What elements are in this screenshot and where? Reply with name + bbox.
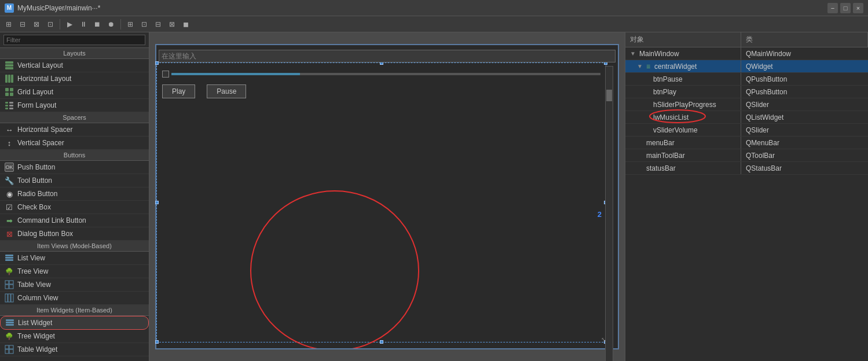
handle-bottom-center[interactable] [380, 340, 383, 344]
inspector-cell-object: ▼ ≡ centralWidget [625, 60, 741, 72]
column-view-icon [5, 293, 14, 303]
minimize-button[interactable]: − [827, 3, 838, 13]
toolbar-btn-2[interactable]: ⊟ [16, 18, 29, 31]
toolbar-btn-5[interactable]: ▶ [63, 18, 76, 31]
inspector-cell-class: QSlider [741, 124, 868, 136]
inspector-row-centralwidget[interactable]: ▼ ≡ centralWidget QWidget [625, 60, 868, 73]
tool-button-icon: 🔧 [5, 176, 14, 185]
window-controls[interactable]: − □ × [827, 3, 863, 13]
central-widget-icon: ≡ [646, 62, 650, 71]
widget-item-tree-view[interactable]: 🌳 Tree View [0, 265, 149, 278]
inspector-row-btnplay[interactable]: ▷ btnPlay QPushButton [625, 86, 868, 98]
handle-mid-left[interactable] [155, 201, 159, 204]
widget-label: Horizontal Layout [17, 75, 71, 83]
widget-item-tool-button[interactable]: 🔧 Tool Button [0, 174, 149, 187]
inspector-cell-class: QToolBar [741, 149, 868, 161]
form-layout-icon [5, 101, 14, 110]
spacer: ▷ [644, 114, 651, 120]
form-input-bar[interactable]: 在这里输入 [159, 50, 616, 62]
widget-item-radio-button[interactable]: ◉ Radio Button [0, 187, 149, 201]
toolbar-btn-11[interactable]: ⊟ [152, 18, 164, 31]
slider-thumb[interactable] [606, 90, 612, 101]
inspector-row-lwmusiclist[interactable]: ▷ lwMusicList QListWidget 3 [625, 111, 868, 124]
widget-item-check-box[interactable]: ☑ Check Box [0, 201, 149, 214]
object-inspector-panel: 对象 类 ▼ MainWindow QMainWindow [625, 32, 868, 361]
widget-item-dialog-button-box[interactable]: ⊠ Dialog Button Box [0, 227, 149, 241]
inspector-row-statusbar[interactable]: ▷ statusBar QStatusBar [625, 162, 868, 175]
widget-item-tree-widget[interactable]: 🌳 Tree Widget [0, 330, 149, 343]
toolbar-btn-13[interactable]: ◼ [180, 18, 192, 31]
spacer: ▷ [644, 101, 651, 108]
svg-rect-25 [11, 294, 13, 302]
toolbar-btn-4[interactable]: ⊡ [44, 18, 57, 31]
progress-checkbox[interactable] [162, 71, 169, 78]
inspector-cell-class: QStatusBar [741, 162, 868, 174]
widget-item-table-widget[interactable]: Table Widget [0, 343, 149, 356]
widget-item-horizontal-layout[interactable]: Horizontal Layout [0, 72, 149, 86]
vertical-spacer-icon: ↕ [5, 138, 14, 148]
svg-rect-21 [5, 285, 9, 289]
widget-item-horizontal-spacer[interactable]: ↔ Horizontal Spacer [0, 123, 149, 137]
inspector-row-maintoolbar[interactable]: ▷ mainToolBar QToolBar [625, 149, 868, 162]
svg-rect-18 [5, 259, 13, 261]
category-layouts[interactable]: Layouts [0, 48, 149, 59]
toolbar-btn-10[interactable]: ⊡ [138, 18, 151, 31]
svg-rect-30 [9, 345, 13, 349]
inspector-row-menubar[interactable]: ▷ menuBar QMenuBar [625, 137, 868, 149]
svg-rect-12 [5, 105, 8, 106]
vertical-slider[interactable] [605, 66, 613, 361]
play-button[interactable]: Play [162, 84, 195, 98]
pause-button[interactable]: Pause [207, 84, 246, 98]
close-button[interactable]: × [853, 3, 863, 13]
inspector-row-btnpause[interactable]: ▷ btnPause QPushButton [625, 73, 868, 86]
filter-input[interactable] [3, 35, 145, 45]
toolbar-btn-1[interactable]: ⊞ [2, 18, 15, 31]
toolbar-btn-3[interactable]: ⊠ [30, 18, 43, 31]
category-spacers[interactable]: Spacers [0, 112, 149, 123]
canvas-content[interactable]: 在这里输入 Play Pause [156, 45, 618, 348]
svg-rect-11 [9, 102, 13, 104]
widget-label: Tree View [17, 267, 48, 275]
toolbar-btn-7[interactable]: ⏹ [91, 18, 104, 31]
design-canvas[interactable]: 在这里输入 Play Pause [155, 44, 619, 349]
svg-rect-1 [5, 64, 13, 67]
toolbar-btn-6[interactable]: ⏸ [77, 18, 90, 31]
widget-item-push-button[interactable]: OK Push Button [0, 161, 149, 174]
push-button-icon: OK [5, 163, 14, 172]
toolbar-btn-12[interactable]: ⊠ [166, 18, 178, 31]
inspector-row-vslider[interactable]: ▷ vSliderVolume QSlider [625, 124, 868, 137]
spacer: ▷ [637, 165, 644, 171]
progress-slider[interactable] [171, 73, 600, 75]
toolbar-separator-1 [60, 19, 60, 30]
design-area[interactable]: 在这里输入 Play Pause [149, 32, 625, 361]
widget-label: Vertical Layout [17, 61, 63, 69]
handle-bottom-left[interactable] [155, 340, 159, 344]
widget-item-list-view[interactable]: List View [0, 252, 149, 265]
widget-item-grid-layout[interactable]: Grid Layout [0, 86, 149, 99]
horizontal-spacer-icon: ↔ [5, 125, 14, 134]
widget-item-vertical-layout[interactable]: Vertical Layout [0, 59, 149, 72]
widget-item-command-link-button[interactable]: ➡ Command Link Button [0, 214, 149, 227]
tree-view-icon: 🌳 [5, 267, 14, 276]
inspector-row-mainwindow[interactable]: ▼ MainWindow QMainWindow [625, 47, 868, 60]
category-item-views[interactable]: Item Views (Model-Based) [0, 241, 149, 252]
widget-item-form-layout[interactable]: Form Layout [0, 99, 149, 112]
category-item-widgets[interactable]: Item Widgets (Item-Based) [0, 305, 149, 316]
svg-rect-26 [6, 319, 14, 321]
toolbar-btn-9[interactable]: ⊞ [124, 18, 137, 31]
widget-item-table-view[interactable]: Table View [0, 278, 149, 292]
expand-arrow: ▼ [630, 50, 637, 57]
inspector-cell-object: ▼ MainWindow [625, 47, 741, 60]
svg-rect-9 [10, 93, 13, 96]
widget-item-column-view[interactable]: Column View [0, 292, 149, 305]
maximize-button[interactable]: □ [840, 3, 851, 13]
toolbar-btn-8[interactable]: ⏺ [105, 18, 118, 31]
category-buttons[interactable]: Buttons [0, 150, 149, 161]
widget-item-list-widget[interactable]: List Widget 1 [0, 316, 149, 330]
app-icon: M [5, 3, 14, 13]
widget-item-vertical-spacer[interactable]: ↕ Vertical Spacer [0, 137, 149, 150]
vertical-layout-icon [5, 61, 14, 70]
object-name: centralWidget [654, 62, 697, 71]
inspector-row-hslider[interactable]: ▷ hSliderPlayProgress QSlider [625, 98, 868, 111]
svg-rect-16 [5, 255, 13, 256]
